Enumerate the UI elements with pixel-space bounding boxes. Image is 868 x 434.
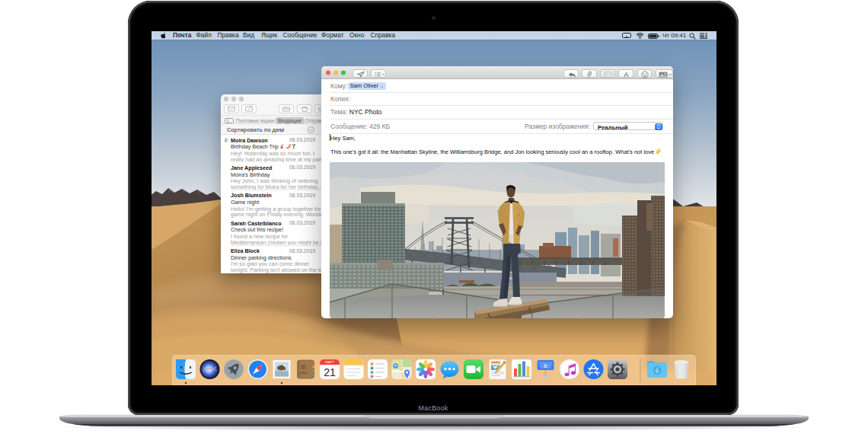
svg-text:21: 21 (324, 366, 336, 378)
svg-text:b: b (544, 362, 547, 369)
svg-text:МАРТ: МАРТ (325, 360, 334, 364)
